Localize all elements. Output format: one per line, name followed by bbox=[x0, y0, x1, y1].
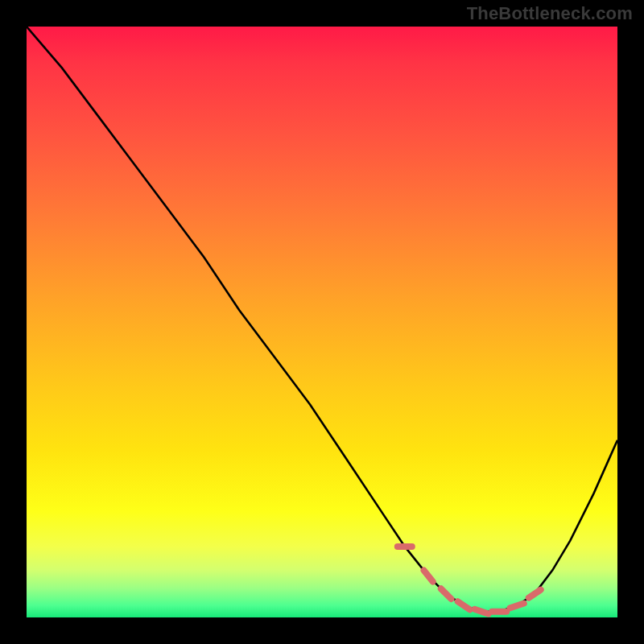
trough-marker bbox=[441, 588, 452, 599]
watermark-text: TheBottleneck.com bbox=[467, 3, 633, 24]
chart-container: TheBottleneck.com bbox=[0, 0, 644, 644]
trough-marker bbox=[529, 590, 541, 598]
trough-marker bbox=[424, 571, 433, 582]
trough-marker bbox=[475, 609, 489, 614]
plot-area bbox=[27, 27, 617, 617]
trough-marker bbox=[510, 604, 524, 609]
curve-layer bbox=[27, 27, 617, 617]
trough-marker bbox=[458, 601, 470, 609]
bottleneck-curve bbox=[27, 27, 617, 612]
trough-markers bbox=[398, 547, 541, 614]
